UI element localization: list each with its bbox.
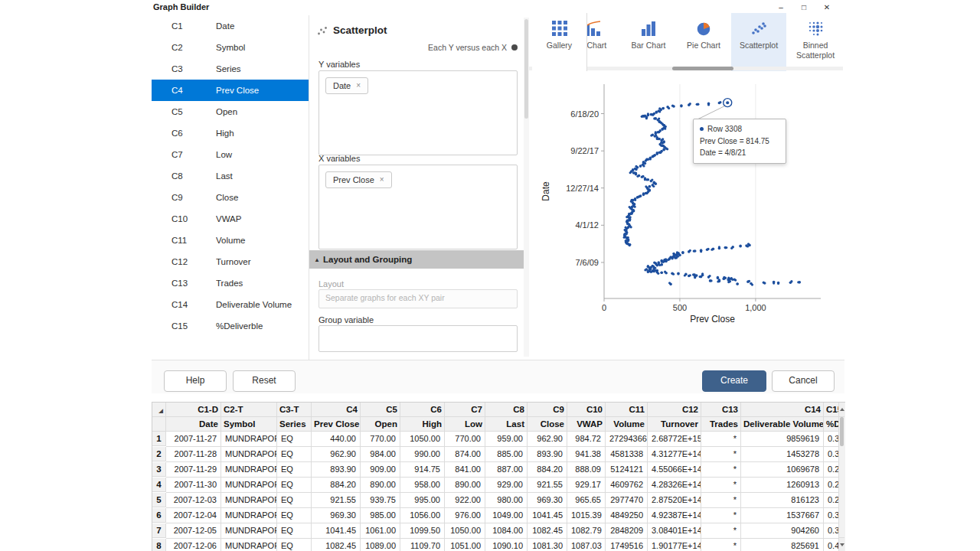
column-name-header[interactable]: Trades xyxy=(701,417,741,432)
gallery-item-scatterplot[interactable]: Scatterplot xyxy=(731,13,786,71)
scrollbar-thumb[interactable] xyxy=(524,19,528,119)
cell[interactable]: * xyxy=(701,523,741,539)
cell[interactable]: 962.90 xyxy=(312,447,361,462)
cell[interactable]: EQ xyxy=(277,508,312,523)
cell[interactable]: 1056.00 xyxy=(400,508,445,523)
column-item-c14[interactable]: C14Deliverable Volume xyxy=(152,294,309,315)
cell[interactable]: 921.55 xyxy=(312,493,361,508)
cell[interactable]: 0.3612 xyxy=(824,432,839,447)
cell[interactable]: 893.90 xyxy=(312,462,361,478)
cell[interactable]: 984.72 xyxy=(567,432,606,447)
y-variables-dropzone[interactable]: Date × xyxy=(318,70,518,155)
cell[interactable]: 0.3175 xyxy=(824,523,839,539)
cell[interactable]: 969.30 xyxy=(312,508,361,523)
cell[interactable]: 0.4720 xyxy=(824,539,839,551)
cell[interactable]: * xyxy=(701,539,741,551)
gallery-item-pie-chart[interactable]: Pie Chart xyxy=(676,13,731,71)
column-name-header[interactable]: Turnover xyxy=(648,417,701,432)
cell[interactable]: MUNDRAPORT xyxy=(221,462,277,478)
column-item-c2[interactable]: C2Symbol xyxy=(152,37,309,58)
cell[interactable]: 2007-12-03 xyxy=(166,493,221,508)
cell[interactable]: 965.65 xyxy=(567,493,606,508)
cell[interactable]: 5124121 xyxy=(606,462,648,478)
help-button[interactable]: Help xyxy=(164,370,227,392)
column-item-c7[interactable]: C7Low xyxy=(152,144,309,165)
scroll-down-button[interactable] xyxy=(839,537,844,551)
column-id-header[interactable]: C3-T xyxy=(277,403,312,417)
row-number[interactable]: 4 xyxy=(152,478,166,492)
close-button[interactable]: ✕ xyxy=(815,1,838,14)
cell[interactable]: 0.2741 xyxy=(824,493,839,508)
cancel-button[interactable]: Cancel xyxy=(772,370,835,392)
cell[interactable]: 958.00 xyxy=(400,478,445,493)
layout-select[interactable]: Separate graphs for each XY pair xyxy=(318,289,518,308)
cell[interactable]: 1087.03 xyxy=(567,539,606,551)
cell[interactable]: MUNDRAPORT xyxy=(221,508,277,523)
cell[interactable]: 1453278 xyxy=(741,447,824,462)
cell[interactable]: 904260 xyxy=(741,523,824,539)
column-name-header[interactable]: Deliverable Volume xyxy=(741,417,824,432)
layout-grouping-section-header[interactable]: ▴ Layout and Grouping xyxy=(309,250,530,269)
column-name-header[interactable]: Open xyxy=(361,417,400,432)
cell[interactable]: 1050.00 xyxy=(400,432,445,447)
options-scrollbar[interactable] xyxy=(524,18,529,357)
scrollbar-thumb[interactable] xyxy=(840,417,844,446)
cell[interactable]: MUNDRAPORT xyxy=(221,523,277,539)
cell[interactable]: 2007-11-28 xyxy=(166,447,221,462)
cell[interactable]: MUNDRAPORT xyxy=(221,432,277,447)
row-number[interactable]: 5 xyxy=(152,493,166,507)
column-name-header[interactable]: Volume xyxy=(606,417,648,432)
gallery-scrollbar-thumb[interactable] xyxy=(672,67,733,70)
column-item-c9[interactable]: C9Close xyxy=(152,187,309,208)
plot-mode-option[interactable]: Each Y versus each X xyxy=(428,43,518,52)
create-button[interactable]: Create xyxy=(702,370,766,392)
cell[interactable]: 922.00 xyxy=(445,493,485,508)
column-item-c5[interactable]: C5Open xyxy=(152,101,309,122)
row-number[interactable]: 3 xyxy=(152,462,166,477)
cell[interactable]: 959.00 xyxy=(485,432,528,447)
column-item-c4[interactable]: C4Prev Close xyxy=(152,80,309,101)
scatterplot-canvas[interactable]: 05001,0006/18/209/22/1712/27/144/1/127/6… xyxy=(529,71,844,360)
column-item-c11[interactable]: C11Volume xyxy=(152,230,309,251)
cell[interactable]: 4.28326E+14 xyxy=(648,478,701,493)
cell[interactable]: 990.00 xyxy=(400,447,445,462)
column-item-c13[interactable]: C13Trades xyxy=(152,272,309,294)
column-name-header[interactable]: Low xyxy=(445,417,485,432)
row-number[interactable]: 7 xyxy=(152,523,166,538)
cell[interactable]: 2848209 xyxy=(606,523,648,539)
cell[interactable]: 914.75 xyxy=(400,462,445,478)
column-item-c10[interactable]: C10VWAP xyxy=(152,208,309,230)
cell[interactable]: EQ xyxy=(277,432,312,447)
column-name-header[interactable]: Symbol xyxy=(221,417,277,432)
cell[interactable]: 2007-11-29 xyxy=(166,462,221,478)
column-id-header[interactable]: C11 xyxy=(606,403,648,417)
maximize-button[interactable]: □ xyxy=(792,1,815,14)
scatterplot-preview[interactable]: 05001,0006/18/209/22/1712/27/144/1/127/6… xyxy=(529,71,844,360)
cell[interactable]: 969.30 xyxy=(528,493,567,508)
cell[interactable]: 1082.45 xyxy=(312,539,361,551)
cell[interactable]: 1015.39 xyxy=(567,508,606,523)
cell[interactable]: MUNDRAPORT xyxy=(221,539,277,551)
cell[interactable]: 1537667 xyxy=(741,508,824,523)
column-id-header[interactable]: C9 xyxy=(528,403,567,417)
cell[interactable]: 893.90 xyxy=(528,447,567,462)
cell[interactable]: 4581338 xyxy=(606,447,648,462)
cell[interactable]: * xyxy=(701,432,741,447)
gallery-item-pareto-chart[interactable]: o Chart xyxy=(587,13,621,71)
x-variables-dropzone[interactable]: Prev Close × xyxy=(318,165,518,249)
cell[interactable]: 2977470 xyxy=(606,493,648,508)
column-id-header[interactable]: C1-D xyxy=(166,403,221,417)
cell[interactable]: * xyxy=(701,508,741,523)
cell[interactable]: 929.00 xyxy=(485,478,528,493)
column-item-c1[interactable]: C1Date xyxy=(152,15,309,37)
column-id-header[interactable]: C12 xyxy=(648,403,701,417)
cell[interactable]: 1041.45 xyxy=(528,508,567,523)
cell[interactable]: 1082.45 xyxy=(528,523,567,539)
cell[interactable]: 1749516 xyxy=(606,539,648,551)
cell[interactable]: * xyxy=(701,447,741,462)
cell[interactable]: 0.3171 xyxy=(824,508,839,523)
cell[interactable]: 941.38 xyxy=(567,447,606,462)
cell[interactable]: 4.92387E+14 xyxy=(648,508,701,523)
cell[interactable]: * xyxy=(701,462,741,478)
group-variable-dropzone[interactable] xyxy=(318,325,518,352)
